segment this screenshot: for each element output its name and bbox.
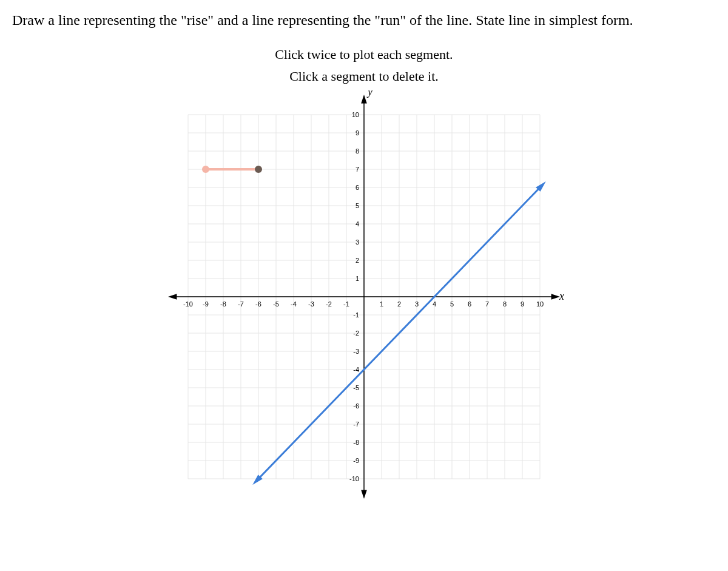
coordinate-plane[interactable]: -10-9-8-7-6-5-4-3-2-112345678910-10-9-8-…	[152, 90, 576, 503]
y-tick-label: 3	[356, 238, 359, 246]
y-tick-label: 2	[356, 257, 359, 264]
hint-line-1: Click twice to plot each segment.	[12, 47, 716, 63]
question-text: Draw a line representing the "rise" and …	[12, 12, 716, 29]
x-tick-label: 2	[397, 300, 401, 308]
y-tick-label: 5	[356, 202, 359, 209]
x-tick-label: -5	[273, 300, 279, 308]
y-tick-label: -1	[353, 311, 359, 319]
y-tick-label: -2	[353, 329, 359, 337]
y-tick-label: 8	[356, 147, 359, 155]
y-tick-label: -3	[353, 348, 359, 355]
x-tick-label: -3	[308, 300, 314, 308]
segment-endpoint[interactable]	[202, 166, 209, 173]
y-tick-label: -6	[353, 402, 359, 410]
segment-endpoint[interactable]	[255, 166, 262, 173]
y-tick-label: 9	[356, 129, 359, 137]
y-tick-label: -8	[353, 439, 359, 446]
arrowhead-icon	[361, 490, 367, 499]
y-tick-label: -7	[353, 421, 359, 428]
x-tick-label: 9	[521, 300, 524, 308]
arrowhead-icon	[168, 294, 177, 300]
x-tick-label: -10	[183, 300, 193, 308]
x-axis-label: x	[559, 290, 564, 302]
x-tick-label: 6	[468, 300, 471, 308]
x-tick-label: 4	[433, 300, 436, 308]
x-tick-label: 8	[503, 300, 507, 308]
y-tick-label: -9	[353, 457, 359, 464]
y-tick-label: -5	[353, 384, 359, 391]
y-tick-label: 10	[352, 111, 359, 118]
x-tick-label: -8	[220, 300, 226, 308]
x-tick-label: -6	[255, 300, 261, 308]
y-tick-label: -10	[349, 475, 359, 482]
hint-line-2: Click a segment to delete it.	[12, 69, 716, 84]
y-tick-label: -4	[353, 366, 359, 373]
x-tick-label: 5	[450, 300, 454, 308]
y-tick-label: 4	[356, 220, 359, 228]
y-tick-label: 7	[356, 166, 359, 173]
x-tick-label: -4	[291, 300, 297, 308]
x-tick-label: -2	[326, 300, 332, 308]
x-tick-label: -9	[203, 300, 209, 308]
y-tick-label: 6	[356, 184, 359, 191]
x-tick-label: 1	[380, 300, 383, 308]
x-tick-label: 10	[536, 300, 544, 308]
arrowhead-icon	[361, 95, 367, 103]
x-tick-label: -1	[343, 300, 349, 308]
x-tick-label: -7	[238, 300, 244, 308]
y-tick-label: 1	[356, 275, 359, 282]
arrowhead-icon	[551, 294, 560, 300]
y-axis-label: y	[366, 90, 372, 98]
x-tick-label: 3	[415, 300, 419, 308]
x-tick-label: 7	[485, 300, 489, 308]
